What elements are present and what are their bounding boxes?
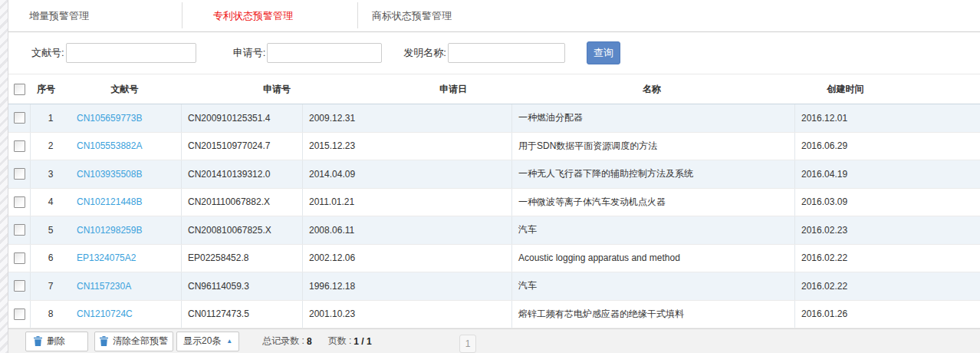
application-number-input[interactable] <box>267 43 382 63</box>
patent-name-cell: 汽车 <box>512 272 795 300</box>
doc-number-link[interactable]: CN105553882A <box>77 140 142 151</box>
doc-number-link[interactable]: CN105659773B <box>77 113 142 124</box>
delete-button[interactable]: 删除 <box>25 332 88 351</box>
header-application-date: 申请日 <box>366 83 541 96</box>
application-number-cell: CN96114059.3 <box>182 272 303 300</box>
header-name: 名称 <box>541 83 763 96</box>
table-header-row: 序号 文献号 申请号 申请日 名称 创建时间 <box>8 74 980 104</box>
tab-label: 增量预警管理 <box>29 9 89 23</box>
search-bar: 文献号: 申请号: 发明名称: 查询 <box>8 32 980 74</box>
doc-number-link[interactable]: CN1210724C <box>77 308 133 319</box>
patent-name-cell: 用于SDN数据平面资源调度的方法 <box>512 133 795 160</box>
table-row: 2 CN105553882A CN201510977024.7 2015.12.… <box>8 133 980 161</box>
tab-label: 专利状态预警管理 <box>213 9 293 23</box>
row-checkbox[interactable] <box>14 252 25 264</box>
select-all-checkbox[interactable] <box>14 84 25 95</box>
row-checkbox[interactable] <box>14 112 25 124</box>
doc-number-link[interactable]: CN103935508B <box>77 169 142 180</box>
row-seq: 2 <box>31 133 71 160</box>
application-date-cell: 2002.12.06 <box>303 245 512 272</box>
header-doc-number: 文献号 <box>61 83 188 96</box>
application-date-cell: 2015.12.23 <box>303 133 512 160</box>
header-created-time: 创建时间 <box>763 83 928 96</box>
row-checkbox[interactable] <box>14 280 25 292</box>
page-size-label: 显示20条 <box>183 335 221 348</box>
created-time-cell: 2016.01.26 <box>795 301 980 328</box>
tab-trademark-status-warning-management[interactable]: 商标状态预警管理 <box>358 0 533 31</box>
tab-patent-status-warning-management[interactable]: 专利状态预警管理 <box>183 0 357 31</box>
application-date-cell: 1996.12.18 <box>303 272 512 300</box>
application-date-cell: 2011.01.21 <box>303 189 512 216</box>
application-number-cell: CN201510977024.7 <box>182 133 303 160</box>
tab-increment-warning-management[interactable]: 增量预警管理 <box>8 0 182 31</box>
query-button[interactable]: 查询 <box>587 41 620 64</box>
trash-icon <box>34 336 42 346</box>
application-date-cell: 2008.06.11 <box>303 216 512 244</box>
page-size-dropdown[interactable]: 显示20条 ▲ <box>176 332 239 351</box>
patent-name-cell: 熔锌工频有芯电炉感应器的绝缘干式填料 <box>512 301 795 328</box>
main-panel: 增量预警管理 专利状态预警管理 商标状态预警管理 文献号: 申请号: 发明名称:… <box>8 0 980 353</box>
delete-button-label: 删除 <box>47 335 65 348</box>
row-checkbox[interactable] <box>14 308 25 320</box>
application-date-cell: 2014.04.09 <box>303 160 512 188</box>
created-time-cell: 2016.06.29 <box>795 133 980 160</box>
row-checkbox[interactable] <box>14 224 25 236</box>
table-row: 4 CN102121448B CN201110067882.X 2011.01.… <box>8 189 980 217</box>
doc-number-link[interactable]: EP1324075A2 <box>77 252 136 263</box>
row-seq: 7 <box>31 272 71 300</box>
application-number-cell: CN201110067882.X <box>182 189 303 216</box>
application-number-label: 申请号: <box>233 46 266 60</box>
row-seq: 1 <box>31 104 71 132</box>
patent-name-cell: 一种微波等离子体汽车发动机点火器 <box>512 189 795 216</box>
table-body: 1 CN105659773B CN200910125351.4 2009.12.… <box>8 104 980 328</box>
page-count-label: 页数 : <box>328 335 352 348</box>
tab-bar: 增量预警管理 专利状态预警管理 商标状态预警管理 <box>8 0 980 32</box>
application-number-cell: CN201410139312.0 <box>182 160 303 188</box>
patent-name-cell: 一种燃油分配器 <box>512 104 795 132</box>
page-count-value: 1 / 1 <box>354 336 371 347</box>
table-row: 3 CN103935508B CN201410139312.0 2014.04.… <box>8 160 980 189</box>
table-row: 7 CN1157230A CN96114059.3 1996.12.18 汽车 … <box>8 272 980 301</box>
caret-up-icon: ▲ <box>226 338 232 345</box>
header-application-number: 申请号 <box>188 83 366 96</box>
doc-number-link[interactable]: CN102121448B <box>77 196 142 207</box>
row-seq: 6 <box>31 245 71 272</box>
created-time-cell: 2016.12.01 <box>795 104 980 132</box>
patent-name-cell: Acoustic logging apparatus and method <box>512 245 795 272</box>
doc-number-input[interactable] <box>66 43 196 63</box>
application-number-cell: CN01127473.5 <box>182 301 303 328</box>
created-time-cell: 2016.02.22 <box>795 272 980 300</box>
trash-icon <box>100 336 108 346</box>
table-row: 6 EP1324075A2 EP02258452.8 2002.12.06 Ac… <box>8 245 980 273</box>
clear-all-warnings-button[interactable]: 清除全部预警 <box>94 332 173 351</box>
invention-name-label: 发明名称: <box>403 46 446 60</box>
row-seq: 4 <box>31 189 71 216</box>
total-records-label: 总记录数 : <box>262 335 304 348</box>
row-checkbox[interactable] <box>14 140 25 152</box>
table-row: 1 CN105659773B CN200910125351.4 2009.12.… <box>8 104 980 133</box>
total-records-value: 8 <box>307 336 312 347</box>
row-seq: 5 <box>31 216 71 244</box>
application-number-cell: CN200810067825.X <box>182 216 303 244</box>
footer-bar: 删除 清除全部预警 显示20条 ▲ 总记录数 : 8 页数 : 1 / 1 1 <box>8 328 980 353</box>
row-checkbox[interactable] <box>14 196 25 208</box>
page-number-button[interactable]: 1 <box>459 335 476 353</box>
row-checkbox[interactable] <box>14 168 25 180</box>
created-time-cell: 2016.02.23 <box>795 216 980 244</box>
invention-name-input[interactable] <box>448 43 565 63</box>
record-stats: 总记录数 : 8 页数 : 1 / 1 <box>262 335 373 348</box>
doc-number-link[interactable]: CN101298259B <box>77 225 142 236</box>
doc-number-link[interactable]: CN1157230A <box>77 281 131 292</box>
created-time-cell: 2016.02.22 <box>795 245 980 272</box>
clear-all-warnings-label: 清除全部预警 <box>113 335 168 348</box>
doc-number-label: 文献号: <box>31 46 64 60</box>
header-seq: 序号 <box>31 83 61 96</box>
application-date-cell: 2009.12.31 <box>303 104 512 132</box>
table-row: 8 CN1210724C CN01127473.5 2001.10.23 熔锌工… <box>8 301 980 329</box>
application-number-cell: CN200910125351.4 <box>182 104 303 132</box>
application-number-cell: EP02258452.8 <box>182 245 303 272</box>
created-time-cell: 2016.04.19 <box>795 160 980 188</box>
application-date-cell: 2001.10.23 <box>303 301 512 328</box>
patent-name-cell: 汽车 <box>512 216 795 244</box>
created-time-cell: 2016.03.09 <box>795 189 980 216</box>
